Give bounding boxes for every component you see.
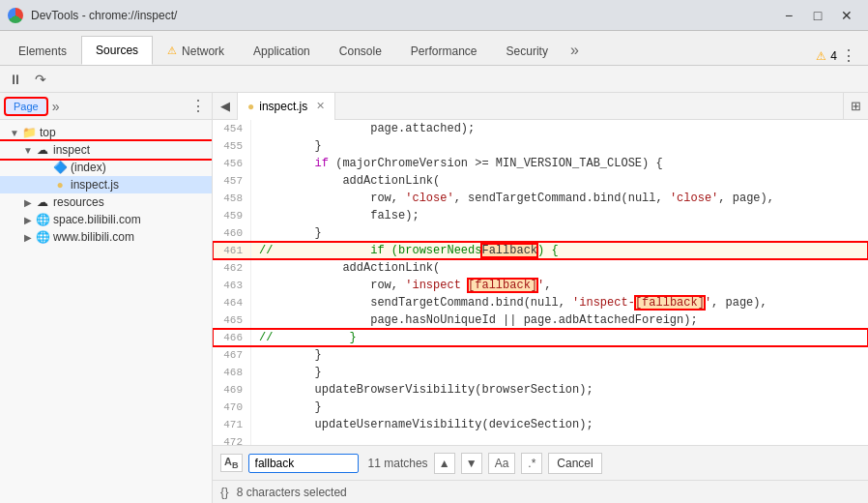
- file-sidebar: Page » ⋮ ▼ 📁 top ▼ ☁ inspect: [0, 93, 213, 503]
- tab-network[interactable]: ⚠ Network: [153, 36, 239, 65]
- tree-item-index[interactable]: 🔷 (index): [0, 159, 212, 176]
- tab-performance[interactable]: Performance: [396, 36, 492, 65]
- search-bar: AB 11 matches ▲ ▼ Aa .* Cancel: [213, 445, 868, 480]
- brace-icon: {}: [220, 485, 229, 499]
- pause-button[interactable]: ⏸: [4, 68, 27, 91]
- folder-icon-top: 📁: [21, 126, 37, 139]
- file-icon-inspectjs: ●: [52, 178, 68, 192]
- world-icon-www-bilibili: 🌐: [35, 230, 50, 244]
- editor-tabs: ◀ ● inspect.js ✕ ⊞: [213, 93, 868, 120]
- code-line-456: 456 if (majorChromeVersion >= MIN_VERSIO…: [213, 155, 868, 172]
- tree-label-inspectjs: inspect.js: [71, 178, 119, 192]
- file-tree: ▼ 📁 top ▼ ☁ inspect 🔷 (index): [0, 120, 212, 503]
- tab-application[interactable]: Application: [239, 36, 325, 65]
- tab-elements[interactable]: Elements: [4, 36, 81, 65]
- tree-item-www-bilibili[interactable]: ▶ 🌐 www.bilibili.com: [0, 228, 212, 246]
- search-input-wrap: [248, 454, 359, 473]
- code-line-467: 467 }: [213, 346, 868, 364]
- selection-status: 8 characters selected: [237, 486, 347, 499]
- code-editor[interactable]: 454 page.attached); 455 } 456 if (majorC…: [213, 120, 868, 445]
- tab-sources[interactable]: Sources: [81, 36, 153, 65]
- sources-layout: Page » ⋮ ▼ 📁 top ▼ ☁ inspect: [0, 93, 868, 503]
- regex-button[interactable]: .*: [521, 453, 542, 474]
- tree-label-inspect: inspect: [53, 143, 90, 157]
- tree-arrow-inspect: ▼: [21, 145, 35, 156]
- tree-item-space-bilibili[interactable]: ▶ 🌐 space.bilibili.com: [0, 211, 212, 228]
- code-line-455: 455 }: [213, 137, 868, 155]
- tree-arrow-top: ▼: [8, 128, 21, 138]
- editor-area: ◀ ● inspect.js ✕ ⊞ 454 page.attached);: [213, 93, 868, 503]
- tree-arrow-resources: ▶: [21, 197, 35, 208]
- folder-icon-inspect: ☁: [35, 143, 50, 157]
- back-button[interactable]: ◀: [213, 93, 238, 120]
- sidebar-menu-button[interactable]: ⋮: [190, 97, 206, 115]
- code-line-459: 459 false);: [213, 207, 868, 224]
- code-line-457: 457 addActionLink(: [213, 172, 868, 190]
- folder-icon-resources: ☁: [35, 195, 50, 209]
- tree-item-top[interactable]: ▼ 📁 top: [0, 124, 212, 141]
- close-tab-button[interactable]: ✕: [316, 100, 325, 112]
- editor-file-tab-inspectjs[interactable]: ● inspect.js ✕: [238, 93, 335, 120]
- code-line-460: 460 }: [213, 224, 868, 242]
- tree-label-resources: resources: [53, 195, 104, 209]
- close-button[interactable]: ✕: [833, 6, 860, 25]
- tree-label-www-bilibili: www.bilibili.com: [53, 230, 134, 244]
- collapse-editor-button[interactable]: ⊞: [843, 93, 868, 120]
- step-over-button[interactable]: ↷: [29, 68, 52, 91]
- code-line-472: 472: [213, 433, 868, 445]
- tree-item-inspectjs[interactable]: ● inspect.js: [0, 176, 212, 193]
- devtools-body: ⏸ ↷ Page » ⋮ ▼ 📁 top ▼: [0, 66, 868, 503]
- code-line-458: 458 row, 'close', sendTargetCommand.bind…: [213, 190, 868, 207]
- tree-label-space-bilibili: space.bilibili.com: [53, 213, 141, 226]
- tree-label-top: top: [40, 126, 56, 139]
- tree-arrow-space-bilibili: ▶: [21, 215, 35, 225]
- devtools-menu-button[interactable]: ⋮: [841, 46, 856, 65]
- code-line-464: 464 sendTargetCommand.bind(null, 'inspec…: [213, 294, 868, 311]
- devtools-tabbar: Elements Sources ⚠ Network Application C…: [0, 31, 868, 66]
- sidebar-more-tabs[interactable]: »: [52, 99, 60, 114]
- tree-label-index: (index): [71, 161, 106, 174]
- titlebar: DevTools - chrome://inspect/ − □ ✕: [0, 0, 868, 31]
- world-icon-space-bilibili: 🌐: [35, 213, 50, 226]
- minimize-button[interactable]: −: [775, 6, 802, 25]
- code-line-471: 471 updateUsernameVisibility(deviceSecti…: [213, 416, 868, 433]
- code-line-466: 466 // }: [213, 329, 868, 346]
- code-content: 454 page.attached); 455 } 456 if (majorC…: [213, 120, 868, 445]
- tab-security[interactable]: Security: [492, 36, 563, 65]
- search-input[interactable]: [255, 457, 352, 470]
- tree-item-inspect[interactable]: ▼ ☁ inspect: [0, 141, 212, 159]
- window-controls: − □ ✕: [775, 6, 860, 25]
- code-line-469: 469 updateBrowserVisibility(browserSecti…: [213, 381, 868, 399]
- tree-item-resources[interactable]: ▶ ☁ resources: [0, 193, 212, 211]
- sources-toolbar: ⏸ ↷: [0, 66, 868, 93]
- search-matches-count: 11 matches: [368, 457, 428, 470]
- code-line-468: 468 }: [213, 364, 868, 381]
- sidebar-tab-page[interactable]: Page: [6, 99, 46, 114]
- tab-console[interactable]: Console: [325, 36, 396, 65]
- code-line-454: 454 page.attached);: [213, 120, 868, 137]
- search-prev-button[interactable]: ▲: [434, 453, 455, 474]
- window-title: DevTools - chrome://inspect/: [31, 9, 767, 22]
- maximize-button[interactable]: □: [804, 6, 831, 25]
- status-bar: {} 8 characters selected: [213, 480, 868, 503]
- sidebar-tabs: Page » ⋮: [0, 93, 212, 120]
- search-cancel-button[interactable]: Cancel: [548, 453, 601, 474]
- file-icon-index: 🔷: [52, 161, 68, 174]
- file-tab-name: inspect.js: [259, 100, 307, 113]
- code-line-465: 465 page.hasNoUniqueId || page.adbAttach…: [213, 311, 868, 329]
- code-line-463: 463 row, 'inspect [fallback]',: [213, 277, 868, 294]
- chrome-icon: [8, 8, 23, 23]
- toggle-case-button[interactable]: AB: [220, 454, 243, 472]
- file-tab-icon: ●: [247, 100, 254, 113]
- code-line-470: 470 }: [213, 399, 868, 416]
- alert-count: 4: [830, 49, 837, 63]
- code-line-461: 461 // if (browserNeedsFallback) {: [213, 242, 868, 259]
- more-tabs-button[interactable]: »: [563, 36, 587, 65]
- search-next-button[interactable]: ▼: [461, 453, 482, 474]
- tree-arrow-www-bilibili: ▶: [21, 232, 35, 243]
- code-line-462: 462 addActionLink(: [213, 259, 868, 277]
- match-case-button[interactable]: Aa: [488, 453, 516, 474]
